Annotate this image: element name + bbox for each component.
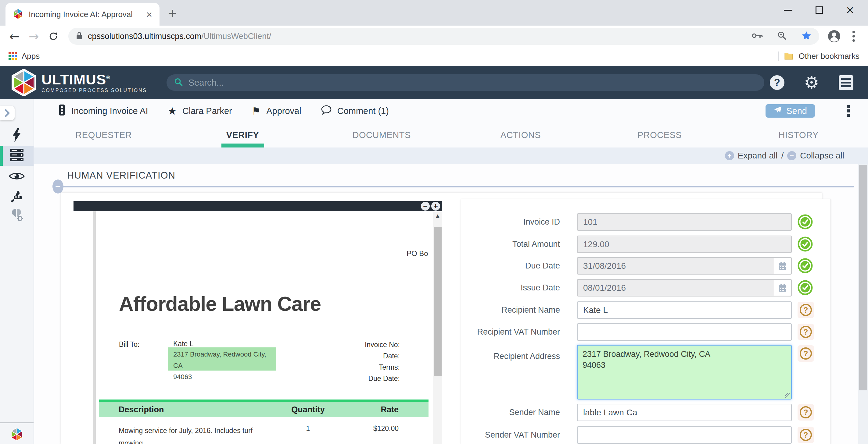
app-menu-icon[interactable] <box>839 75 854 90</box>
verified-check-icon <box>798 237 813 253</box>
total-amount-label: Total Amount <box>461 236 560 253</box>
due-date-field[interactable] <box>577 257 792 275</box>
separator: / <box>781 151 783 161</box>
tab-verify[interactable]: VERIFY <box>173 123 312 147</box>
zoom-out-icon[interactable] <box>777 31 787 42</box>
sidebar-item-ai[interactable] <box>0 205 34 225</box>
scroll-up-icon[interactable]: ▲ <box>433 213 442 218</box>
comment-item[interactable]: Comment (1) <box>321 105 389 117</box>
back-icon[interactable]: ← <box>6 28 23 44</box>
zoom-out-button[interactable]: − <box>421 202 430 211</box>
url-text: cpssolutions03.ultimuscps.com/UltimusWeb… <box>88 32 271 41</box>
brand-tagline: COMPOSED PROCESS SOLUTIONS <box>41 88 147 93</box>
recipient-vat-field[interactable] <box>577 323 792 341</box>
collapse-all-icon[interactable]: − <box>787 151 796 160</box>
tab-process[interactable]: PROCESS <box>590 123 729 147</box>
star-icon: ★ <box>167 106 177 116</box>
sender-vat-label: Sender VAT Number <box>461 426 560 444</box>
bookmark-star-icon[interactable] <box>801 30 812 42</box>
settings-gear-icon[interactable]: ⚙ <box>804 74 819 91</box>
expand-all-link[interactable]: Expand all <box>738 151 778 161</box>
expand-all-icon[interactable]: + <box>725 151 734 160</box>
search-icon <box>174 77 183 88</box>
recipient-name-label: Recipient Name <box>461 301 560 319</box>
browser-tab[interactable]: Incoming Invoice AI: Approval × <box>5 3 159 26</box>
document-scroll-thumb[interactable] <box>434 227 442 376</box>
tab-actions[interactable]: ACTIONS <box>451 123 590 147</box>
verified-check-icon <box>798 258 813 275</box>
new-tab-button[interactable]: + <box>168 6 177 21</box>
recipient-address-field[interactable]: 2317 Broadway, Redwood City, CA 94063 <box>577 345 792 400</box>
server-list-icon <box>8 148 25 163</box>
invoice-id-field[interactable] <box>577 213 792 231</box>
tab-history[interactable]: HISTORY <box>729 123 868 147</box>
due-date-label: Due Date <box>461 257 560 275</box>
browser-tab-strip: Incoming Invoice AI: Approval × + × <box>0 0 868 26</box>
flag-icon: ⚑ <box>252 106 261 116</box>
process-icon <box>58 104 66 118</box>
expand-collapse-bar: + Expand all / − Collapse all <box>34 147 868 164</box>
recipient-name-field[interactable] <box>577 301 792 319</box>
section-collapse-icon[interactable]: − <box>53 179 63 194</box>
sidebar-expand-button[interactable] <box>0 106 14 120</box>
recipient-vat-label: Recipient VAT Number <box>461 323 560 341</box>
refresh-icon[interactable] <box>45 28 62 44</box>
brain-gear-icon <box>9 207 24 223</box>
address-bar[interactable]: cpssolutions03.ultimuscps.com/UltimusWeb… <box>68 28 819 45</box>
close-icon[interactable]: × <box>846 3 854 17</box>
page-body: HUMAN VERIFICATION − − + PO Bo <box>34 164 868 444</box>
sidebar-logo <box>10 427 23 442</box>
browser-url-bar: ← → cpssolutions03.ultimuscps.com/Ultimu… <box>0 26 868 47</box>
calendar-icon[interactable] <box>774 280 791 296</box>
document-page-edge <box>93 211 96 444</box>
total-amount-field[interactable] <box>577 236 792 253</box>
other-bookmarks-label[interactable]: Other bookmarks <box>799 52 860 61</box>
brand-name: ULTIMUS® <box>41 72 147 87</box>
help-question-icon[interactable]: ? <box>798 426 814 443</box>
zoom-in-button[interactable]: + <box>431 202 440 211</box>
eye-icon <box>8 171 25 182</box>
page-scrollbar[interactable] <box>858 164 868 444</box>
browser-menu-icon[interactable] <box>845 28 862 44</box>
help-question-icon[interactable]: ? <box>798 345 814 362</box>
global-search-input[interactable]: Search... <box>166 74 764 91</box>
tab-documents[interactable]: DOCUMENTS <box>312 123 451 147</box>
comment-bubble-icon <box>321 105 332 117</box>
forward-icon[interactable]: → <box>26 28 42 44</box>
profile-avatar-icon[interactable] <box>826 28 842 44</box>
sender-name-field[interactable] <box>577 404 792 421</box>
sidebar-item-tasks[interactable] <box>0 146 34 166</box>
help-icon[interactable]: ? <box>770 75 784 90</box>
issue-date-field[interactable] <box>577 279 792 297</box>
invoice-document: PO Bo Affordable Lawn Care Bill To: Kate… <box>73 211 442 444</box>
doc-bill-to-label: Bill To: <box>119 340 140 349</box>
apps-grid-icon[interactable] <box>8 52 17 60</box>
tab-close-icon[interactable]: × <box>146 9 152 20</box>
help-question-icon[interactable]: ? <box>798 404 814 420</box>
maximize-icon[interactable] <box>815 6 823 14</box>
assignee-item: ★ Clara Parker <box>167 106 232 116</box>
help-question-icon[interactable]: ? <box>798 323 814 340</box>
send-button[interactable]: Send <box>766 104 815 117</box>
help-question-icon[interactable]: ? <box>798 302 814 318</box>
document-scrollbar[interactable]: ▲ <box>433 211 442 444</box>
paper-plane-icon <box>773 106 782 116</box>
verified-check-icon <box>798 280 813 297</box>
apps-label[interactable]: Apps <box>22 52 40 61</box>
verification-card: − + PO Bo Affordable Lawn Care Bill To: … <box>61 193 822 444</box>
sender-vat-field[interactable] <box>577 426 792 444</box>
minimize-icon[interactable] <box>784 10 793 11</box>
calendar-icon[interactable] <box>774 258 791 274</box>
sidebar-item-monitor[interactable] <box>0 167 34 186</box>
tab-requester[interactable]: REQUESTER <box>34 123 173 147</box>
collapse-all-link[interactable]: Collapse all <box>800 151 844 161</box>
doc-company-name: Affordable Lawn Care <box>119 292 321 315</box>
page-scroll-thumb[interactable] <box>859 165 867 390</box>
sidebar-item-design[interactable] <box>0 186 34 206</box>
password-key-icon[interactable] <box>751 32 763 40</box>
more-options-icon[interactable] <box>847 105 850 117</box>
resize-handle[interactable] <box>785 393 790 398</box>
left-sidebar <box>0 99 34 444</box>
sidebar-item-actions[interactable] <box>0 126 34 146</box>
tab-title: Incoming Invoice AI: Approval <box>29 10 141 19</box>
